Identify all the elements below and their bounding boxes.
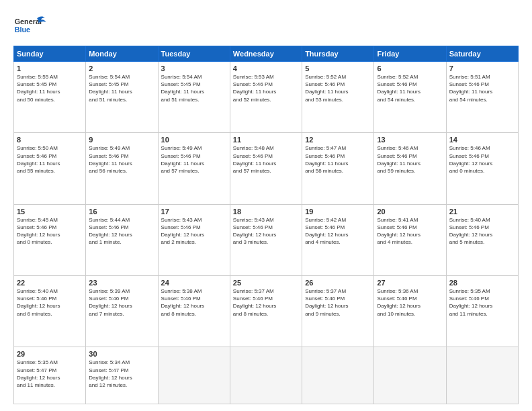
- table-cell: 19Sunrise: 5:42 AM Sunset: 5:46 PM Dayli…: [302, 204, 374, 275]
- calendar-week-row: 22Sunrise: 5:40 AM Sunset: 5:46 PM Dayli…: [14, 276, 519, 347]
- table-cell: 26Sunrise: 5:37 AM Sunset: 5:46 PM Dayli…: [302, 276, 374, 347]
- day-info: Sunrise: 5:52 AM Sunset: 5:46 PM Dayligh…: [305, 73, 371, 103]
- calendar-week-row: 29Sunrise: 5:35 AM Sunset: 5:47 PM Dayli…: [14, 347, 519, 404]
- day-info: Sunrise: 5:42 AM Sunset: 5:46 PM Dayligh…: [305, 216, 371, 246]
- col-monday: Monday: [86, 46, 158, 62]
- table-cell: [158, 347, 230, 404]
- col-wednesday: Wednesday: [230, 46, 302, 62]
- calendar-week-row: 1Sunrise: 5:55 AM Sunset: 5:45 PM Daylig…: [14, 62, 519, 133]
- table-cell: 15Sunrise: 5:45 AM Sunset: 5:46 PM Dayli…: [14, 204, 86, 275]
- table-cell: 2Sunrise: 5:54 AM Sunset: 5:45 PM Daylig…: [86, 62, 158, 133]
- svg-text:Blue: Blue: [15, 26, 30, 34]
- day-info: Sunrise: 5:36 AM Sunset: 5:46 PM Dayligh…: [377, 287, 443, 318]
- table-cell: 1Sunrise: 5:55 AM Sunset: 5:45 PM Daylig…: [14, 62, 86, 133]
- col-friday: Friday: [374, 46, 446, 62]
- day-info: Sunrise: 5:35 AM Sunset: 5:47 PM Dayligh…: [17, 359, 83, 389]
- day-info: Sunrise: 5:49 AM Sunset: 5:46 PM Dayligh…: [89, 144, 154, 175]
- day-number: 3: [161, 64, 227, 73]
- day-number: 13: [377, 136, 443, 144]
- table-cell: 16Sunrise: 5:44 AM Sunset: 5:46 PM Dayli…: [86, 204, 158, 275]
- day-info: Sunrise: 5:38 AM Sunset: 5:46 PM Dayligh…: [161, 287, 227, 318]
- day-info: Sunrise: 5:53 AM Sunset: 5:46 PM Dayligh…: [233, 73, 299, 103]
- day-info: Sunrise: 5:46 AM Sunset: 5:46 PM Dayligh…: [377, 144, 443, 175]
- day-number: 2: [89, 64, 154, 73]
- table-cell: 17Sunrise: 5:43 AM Sunset: 5:46 PM Dayli…: [158, 204, 230, 275]
- day-number: 4: [233, 64, 299, 73]
- day-number: 9: [89, 136, 154, 144]
- day-number: 18: [233, 208, 299, 216]
- logo: General Blue: [13, 13, 47, 40]
- day-info: Sunrise: 5:49 AM Sunset: 5:46 PM Dayligh…: [161, 144, 227, 175]
- day-info: Sunrise: 5:54 AM Sunset: 5:45 PM Dayligh…: [161, 73, 227, 103]
- day-info: Sunrise: 5:54 AM Sunset: 5:45 PM Dayligh…: [89, 73, 154, 103]
- calendar-table: Sunday Monday Tuesday Wednesday Thursday…: [13, 46, 519, 404]
- header: General Blue: [13, 11, 519, 40]
- table-cell: 5Sunrise: 5:52 AM Sunset: 5:46 PM Daylig…: [302, 62, 374, 133]
- day-number: 21: [449, 208, 515, 216]
- table-cell: 8Sunrise: 5:50 AM Sunset: 5:46 PM Daylig…: [14, 133, 86, 204]
- day-info: Sunrise: 5:52 AM Sunset: 5:46 PM Dayligh…: [377, 73, 443, 103]
- day-info: Sunrise: 5:37 AM Sunset: 5:46 PM Dayligh…: [233, 287, 299, 318]
- day-number: 8: [17, 136, 83, 144]
- calendar-header-row: Sunday Monday Tuesday Wednesday Thursday…: [14, 46, 519, 62]
- day-number: 17: [161, 208, 227, 216]
- day-info: Sunrise: 5:37 AM Sunset: 5:46 PM Dayligh…: [305, 287, 371, 318]
- table-cell: 10Sunrise: 5:49 AM Sunset: 5:46 PM Dayli…: [158, 133, 230, 204]
- day-info: Sunrise: 5:45 AM Sunset: 5:46 PM Dayligh…: [17, 216, 83, 246]
- table-cell: 24Sunrise: 5:38 AM Sunset: 5:46 PM Dayli…: [158, 276, 230, 347]
- day-number: 26: [305, 279, 371, 287]
- day-number: 5: [305, 64, 371, 73]
- table-cell: [230, 347, 302, 404]
- day-number: 22: [17, 279, 83, 287]
- table-cell: 23Sunrise: 5:39 AM Sunset: 5:46 PM Dayli…: [86, 276, 158, 347]
- day-info: Sunrise: 5:40 AM Sunset: 5:46 PM Dayligh…: [17, 287, 83, 318]
- day-info: Sunrise: 5:51 AM Sunset: 5:46 PM Dayligh…: [449, 73, 515, 103]
- table-cell: [374, 347, 446, 404]
- table-cell: 30Sunrise: 5:34 AM Sunset: 5:47 PM Dayli…: [86, 347, 158, 404]
- table-cell: 6Sunrise: 5:52 AM Sunset: 5:46 PM Daylig…: [374, 62, 446, 133]
- day-number: 30: [89, 350, 154, 358]
- day-number: 27: [377, 279, 443, 287]
- day-number: 6: [377, 64, 443, 73]
- calendar-week-row: 8Sunrise: 5:50 AM Sunset: 5:46 PM Daylig…: [14, 133, 519, 204]
- table-cell: 22Sunrise: 5:40 AM Sunset: 5:46 PM Dayli…: [14, 276, 86, 347]
- table-cell: 13Sunrise: 5:46 AM Sunset: 5:46 PM Dayli…: [374, 133, 446, 204]
- table-cell: 21Sunrise: 5:40 AM Sunset: 5:46 PM Dayli…: [446, 204, 518, 275]
- table-cell: 20Sunrise: 5:41 AM Sunset: 5:46 PM Dayli…: [374, 204, 446, 275]
- day-info: Sunrise: 5:39 AM Sunset: 5:46 PM Dayligh…: [89, 287, 154, 318]
- day-number: 28: [449, 279, 515, 287]
- calendar-week-row: 15Sunrise: 5:45 AM Sunset: 5:46 PM Dayli…: [14, 204, 519, 275]
- day-info: Sunrise: 5:50 AM Sunset: 5:46 PM Dayligh…: [17, 144, 83, 175]
- table-cell: [446, 347, 518, 404]
- table-cell: [302, 347, 374, 404]
- table-cell: 25Sunrise: 5:37 AM Sunset: 5:46 PM Dayli…: [230, 276, 302, 347]
- table-cell: 11Sunrise: 5:48 AM Sunset: 5:46 PM Dayli…: [230, 133, 302, 204]
- table-cell: 3Sunrise: 5:54 AM Sunset: 5:45 PM Daylig…: [158, 62, 230, 133]
- day-number: 20: [377, 208, 443, 216]
- day-number: 16: [89, 208, 154, 216]
- table-cell: 4Sunrise: 5:53 AM Sunset: 5:46 PM Daylig…: [230, 62, 302, 133]
- day-number: 1: [17, 64, 83, 73]
- day-info: Sunrise: 5:35 AM Sunset: 5:46 PM Dayligh…: [449, 287, 515, 318]
- day-info: Sunrise: 5:41 AM Sunset: 5:46 PM Dayligh…: [377, 216, 443, 246]
- day-number: 14: [449, 136, 515, 144]
- table-cell: 14Sunrise: 5:46 AM Sunset: 5:46 PM Dayli…: [446, 133, 518, 204]
- table-cell: 29Sunrise: 5:35 AM Sunset: 5:47 PM Dayli…: [14, 347, 86, 404]
- logo-icon: General Blue: [13, 13, 47, 40]
- day-number: 15: [17, 208, 83, 216]
- table-cell: 28Sunrise: 5:35 AM Sunset: 5:46 PM Dayli…: [446, 276, 518, 347]
- col-saturday: Saturday: [446, 46, 518, 62]
- day-number: 24: [161, 279, 227, 287]
- day-number: 7: [449, 64, 515, 73]
- day-info: Sunrise: 5:48 AM Sunset: 5:46 PM Dayligh…: [233, 144, 299, 175]
- table-cell: 18Sunrise: 5:43 AM Sunset: 5:46 PM Dayli…: [230, 204, 302, 275]
- table-cell: 7Sunrise: 5:51 AM Sunset: 5:46 PM Daylig…: [446, 62, 518, 133]
- day-info: Sunrise: 5:46 AM Sunset: 5:46 PM Dayligh…: [449, 144, 515, 175]
- day-info: Sunrise: 5:43 AM Sunset: 5:46 PM Dayligh…: [161, 216, 227, 246]
- table-cell: 9Sunrise: 5:49 AM Sunset: 5:46 PM Daylig…: [86, 133, 158, 204]
- day-info: Sunrise: 5:47 AM Sunset: 5:46 PM Dayligh…: [305, 144, 371, 175]
- day-info: Sunrise: 5:55 AM Sunset: 5:45 PM Dayligh…: [17, 73, 83, 103]
- table-cell: 12Sunrise: 5:47 AM Sunset: 5:46 PM Dayli…: [302, 133, 374, 204]
- col-sunday: Sunday: [14, 46, 86, 62]
- day-number: 12: [305, 136, 371, 144]
